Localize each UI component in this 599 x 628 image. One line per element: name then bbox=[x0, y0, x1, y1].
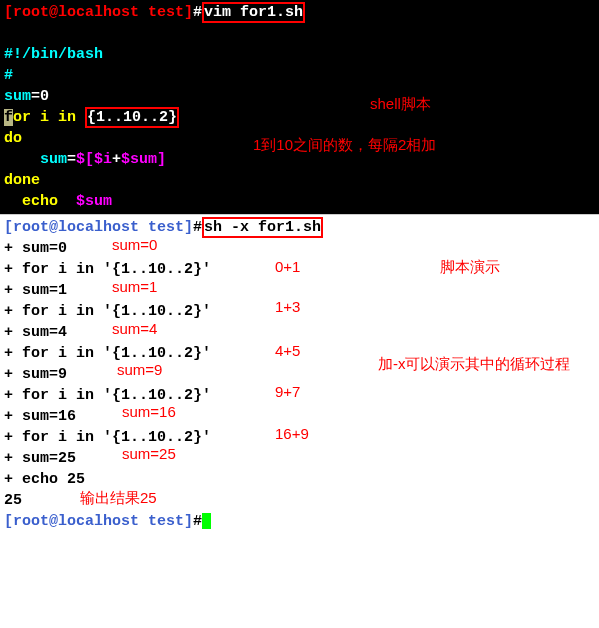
trace-line: + echo 25 bbox=[4, 469, 595, 490]
prompt-text: [root@localhost test] bbox=[4, 4, 193, 21]
for-line: for i in {1..10..2} bbox=[4, 107, 595, 128]
ann-1p3: 1+3 bbox=[275, 298, 300, 315]
prompt-line-2: [root@localhost test]#sh -x for1.sh bbox=[4, 217, 595, 238]
echo-line: echo $sum bbox=[4, 191, 595, 212]
terminal-editor-section: [root@localhost test]#vim for1.sh #!/bin… bbox=[0, 0, 599, 214]
prompt-line-3: [root@localhost test]# bbox=[4, 511, 595, 532]
sh-command: sh -x for1.sh bbox=[204, 219, 321, 236]
done-keyword: done bbox=[4, 170, 595, 191]
ann-result: 输出结果25 bbox=[80, 489, 157, 508]
terminal-cursor bbox=[202, 513, 211, 529]
ann-sum25: sum=25 bbox=[122, 445, 176, 462]
shebang-line: #!/bin/bash bbox=[4, 44, 595, 65]
sum-init-line: sum=0 bbox=[4, 86, 595, 107]
ann-sum9: sum=9 bbox=[117, 361, 162, 378]
terminal-output-section: [root@localhost test]#sh -x for1.sh + su… bbox=[0, 215, 599, 534]
ann-sum16: sum=16 bbox=[122, 403, 176, 420]
ann-sum0: sum=0 bbox=[112, 236, 157, 253]
ann-shell-script: shell脚本 bbox=[370, 95, 431, 114]
hash-comment: # bbox=[4, 65, 595, 86]
trace-line: + sum=16 bbox=[4, 406, 595, 427]
trace-line: + sum=25 bbox=[4, 448, 595, 469]
ann-0p1: 0+1 bbox=[275, 258, 300, 275]
prompt-line-1: [root@localhost test]#vim for1.sh bbox=[4, 2, 595, 23]
ann-range-desc: 1到10之间的数，每隔2相加 bbox=[253, 136, 436, 155]
ann-x-explain: 加-x可以演示其中的循环过程 bbox=[378, 355, 571, 374]
ann-sum1: sum=1 bbox=[112, 278, 157, 295]
vim-command: vim for1.sh bbox=[204, 4, 303, 21]
ann-16p9: 16+9 bbox=[275, 425, 309, 442]
trace-line: + sum=4 bbox=[4, 322, 595, 343]
ann-sum4: sum=4 bbox=[112, 320, 157, 337]
trace-line: + sum=0 bbox=[4, 238, 595, 259]
ann-9p7: 9+7 bbox=[275, 383, 300, 400]
ann-4p5: 4+5 bbox=[275, 342, 300, 359]
ann-script-demo: 脚本演示 bbox=[440, 258, 500, 277]
